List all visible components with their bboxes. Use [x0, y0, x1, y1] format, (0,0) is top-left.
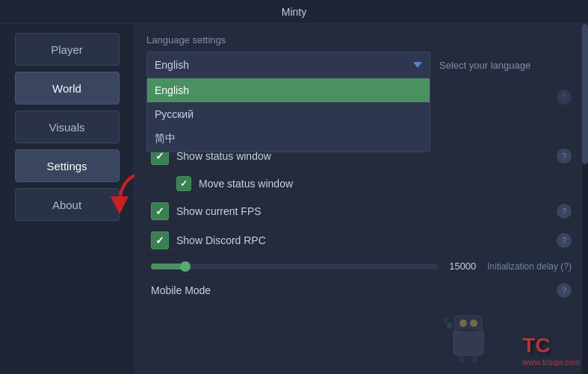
app-title: Minty [282, 6, 306, 18]
mobile-mode-row: Mobile Mode ? [146, 278, 576, 303]
sidebar-item-world[interactable]: World [15, 72, 120, 105]
mobile-mode-label: Mobile Mode [151, 284, 546, 296]
show-status-window-help[interactable]: ? [557, 149, 572, 163]
sidebar-item-about[interactable]: About [15, 188, 120, 221]
svg-point-3 [459, 320, 467, 327]
robot-mascot [439, 307, 498, 367]
svg-point-9 [444, 318, 448, 322]
language-settings-label: Language settings [146, 34, 576, 46]
svg-rect-7 [472, 355, 478, 363]
language-dropdown[interactable]: English English Русский 简中 [146, 52, 430, 78]
init-delay-row: 15000 Initialization delay (?) [146, 255, 576, 278]
language-hint: Select your language [439, 60, 530, 71]
svg-rect-1 [454, 329, 483, 355]
show-console-help[interactable]: ? [557, 90, 572, 105]
dropdown-trigger[interactable]: English [146, 52, 430, 78]
mobile-mode-help[interactable]: ? [557, 283, 572, 298]
svg-rect-5 [461, 329, 476, 331]
content-area: Language settings English English Русски… [134, 24, 588, 374]
sidebar: Player World Visuals Settings About [0, 24, 134, 374]
watermark-subtext: www.tcsqw.com [522, 358, 581, 367]
scrollbar-track[interactable] [582, 24, 588, 374]
show-discord-checkbox[interactable]: ✓ [151, 231, 169, 249]
show-fps-label: Show current FPS [176, 205, 552, 217]
dropdown-arrow-icon [413, 62, 422, 68]
show-fps-help[interactable]: ? [557, 204, 572, 219]
main-layout: Player World Visuals Settings About Lang… [0, 24, 588, 374]
language-row: English English Русский 简中 Select your l… [146, 52, 576, 78]
slider-thumb[interactable] [180, 261, 191, 272]
init-delay-hint: Initialization delay (?) [487, 261, 572, 272]
dropdown-item-chinese[interactable]: 简中 [147, 126, 430, 152]
sidebar-item-visuals[interactable]: Visuals [15, 110, 120, 143]
watermark-text: TC [522, 334, 581, 358]
scrollbar-thumb[interactable] [582, 24, 588, 164]
show-discord-help[interactable]: ? [557, 233, 572, 248]
svg-point-4 [470, 320, 477, 327]
show-fps-row: ✓ Show current FPS ? [146, 197, 576, 226]
show-discord-label: Show Discord RPC [176, 234, 552, 246]
title-bar: Minty [0, 0, 588, 24]
dropdown-item-english[interactable]: English [147, 78, 430, 102]
show-fps-checkbox[interactable]: ✓ [151, 202, 169, 220]
move-status-window-label: Move status window [199, 178, 572, 190]
dropdown-item-russian[interactable]: Русский [147, 102, 430, 126]
svg-point-8 [447, 322, 453, 328]
dropdown-menu: English Русский 简中 [146, 78, 430, 152]
watermark: TC www.tcsqw.com [522, 334, 581, 367]
sidebar-item-player[interactable]: Player [15, 33, 120, 66]
move-status-window-row: ✓ Move status window [146, 171, 576, 197]
move-status-window-checkbox[interactable]: ✓ [176, 176, 191, 191]
svg-rect-6 [459, 355, 465, 363]
init-delay-slider[interactable] [151, 264, 438, 269]
init-delay-value: 15000 [444, 261, 481, 272]
show-discord-row: ✓ Show Discord RPC ? [146, 226, 576, 255]
sidebar-item-settings[interactable]: Settings [15, 149, 120, 182]
